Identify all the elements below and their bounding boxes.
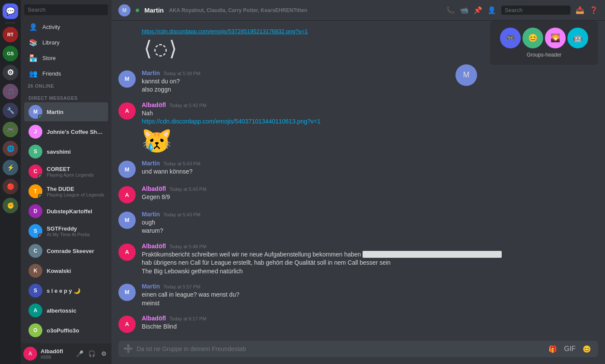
nav-friends[interactable]: 👥 Friends	[24, 66, 108, 81]
online-count: 26 ONLINE	[21, 82, 111, 90]
msg-text-m2-link: https://cdn.discordapp.com/emojis/540371…	[142, 117, 598, 126]
server-icon-s3[interactable]: 🎮	[3, 122, 18, 137]
msg-author-albadolf-2[interactable]: Albadöfl	[142, 185, 166, 192]
server-icon-s7[interactable]: ✊	[3, 198, 18, 213]
dm-item-kowalski[interactable]: K Kowalski	[24, 261, 108, 280]
dm-avatar-johnie: J	[29, 125, 42, 139]
activity-icon: 👤	[29, 22, 38, 32]
msg-header-m6: Albadöfl Today at 5:48 PM	[142, 243, 598, 250]
dm-info-martin: Martin	[47, 109, 105, 115]
server-icon-rt[interactable]: RT	[3, 27, 18, 42]
msg-text-m5-1: ough	[142, 218, 598, 227]
msg-author-albadolf-1[interactable]: Albadöfl	[142, 101, 166, 108]
msg-spacer-3	[118, 155, 598, 159]
dm-item-sgtfreddy[interactable]: S SGTFreddy At My Time At Portia	[24, 222, 108, 241]
dm-avatar-dubstep: D	[29, 204, 42, 218]
nav-library[interactable]: 📚 Library	[24, 35, 108, 50]
discord-home-icon[interactable]: 💬	[3, 3, 18, 19]
chat-search-input[interactable]	[501, 6, 570, 15]
dm-avatar-albertossic: A	[29, 304, 42, 317]
msg-link-1[interactable]: https://cdn.discordapp.com/emojis/537285…	[142, 28, 308, 35]
emoji-button[interactable]: 😊	[581, 343, 593, 355]
server-divider	[5, 22, 16, 23]
msg-time-m5: Today at 5:43 PM	[163, 212, 201, 217]
chat-header-aka-label: AKA Royalnut, Claudia, Carry Potter, Kea…	[169, 7, 307, 13]
gc-avatar-1: 🎮	[500, 28, 521, 48]
msg-text-m6-1: Praktikumsbericht schreiben weil wir ne …	[142, 250, 598, 259]
dm-item-johnie[interactable]: J Johnie's Coffee Shop &...	[24, 122, 108, 141]
dm-status-the-dude	[38, 194, 42, 198]
dm-item-comrade[interactable]: C Comrade Skeever	[24, 241, 108, 260]
dm-search-input[interactable]	[24, 4, 108, 15]
dm-name-dubstep: DubstepKartoffel	[47, 208, 105, 215]
server-icon-s5[interactable]: ⚡	[3, 160, 18, 175]
dm-item-savshimi[interactable]: S savshimi	[24, 142, 108, 161]
store-icon: 🏪	[29, 53, 38, 63]
dm-item-sleepy[interactable]: S s l e e p y 🌙	[24, 281, 108, 300]
dm-info-o3o: o3oPuffio3o	[47, 327, 105, 334]
server-icon-s4[interactable]: 🌐	[3, 141, 18, 156]
msg-link-m2[interactable]: https://cdn.discordapp.com/emojis/540371…	[142, 118, 321, 125]
add-friend-button[interactable]: 👤	[487, 6, 496, 14]
message-group-m5: M Martin Today at 5:43 PM ough warum?	[118, 210, 598, 236]
msg-author-martin-1[interactable]: Martin	[142, 70, 160, 76]
dm-item-dubstep[interactable]: D DubstepKartoffel	[24, 202, 108, 221]
nav-library-label: Library	[42, 39, 60, 46]
msg-avatar-albadolf-3: A	[118, 244, 136, 261]
msg-author-martin-3[interactable]: Martin	[142, 211, 160, 218]
dm-item-tox[interactable]: T Tox	[24, 341, 108, 343]
gift-button[interactable]: 🎁	[547, 343, 559, 355]
dm-item-martin[interactable]: M Martin	[24, 102, 108, 121]
gc-avatar-2: 😊	[522, 28, 543, 48]
msg-link-content: https://cdn.discordapp.com/emojis/537285…	[142, 28, 308, 59]
server-icon-gear[interactable]: ⚙	[3, 65, 18, 80]
msg-content-m1: Martin Today at 5:39 PM kannst du on? al…	[142, 70, 598, 94]
add-attachment-button[interactable]: ➕	[124, 341, 133, 357]
msg-text-m6-2: hab übrigens nen Call für League erstell…	[142, 259, 598, 267]
gif-button[interactable]: GIF	[562, 343, 577, 355]
nav-activity[interactable]: 👤 Activity	[24, 19, 108, 34]
dm-item-the-dude[interactable]: T The DUDE Playing League of Legends	[24, 182, 108, 201]
dm-info-johnie: Johnie's Coffee Shop &...	[47, 129, 105, 135]
nav-friends-label: Friends	[42, 70, 61, 77]
msg-author-martin-2[interactable]: Martin	[142, 160, 160, 167]
call-button[interactable]: 📞	[446, 6, 455, 14]
dm-item-coreet[interactable]: C COREET Playing Apex Legends	[24, 162, 108, 181]
gc-avatar-3: 🌄	[545, 28, 566, 48]
dm-name-johnie: Johnie's Coffee Shop &...	[47, 129, 105, 135]
msg-author-albadolf-4[interactable]: Albadöfl	[142, 315, 166, 322]
server-icon-gs[interactable]: GS	[3, 46, 18, 61]
server-icon-s1[interactable]: 🎵	[3, 84, 18, 99]
server-icon-s2[interactable]: 🔧	[3, 103, 18, 118]
msg-author-martin-4[interactable]: Martin	[142, 283, 160, 290]
dm-item-o3o[interactable]: O o3oPuffio3o	[24, 321, 108, 340]
settings-button[interactable]: ⚙	[99, 348, 109, 359]
video-button[interactable]: 📹	[460, 6, 468, 14]
dm-item-albertossic[interactable]: A albertossic	[24, 301, 108, 320]
inbox-button[interactable]: 📥	[576, 6, 584, 14]
pinned-button[interactable]: 📌	[474, 6, 482, 14]
msg-time-m1: Today at 5:39 PM	[163, 71, 201, 76]
server-icon-s6[interactable]: 🔴	[3, 179, 18, 194]
msg-header-m1: Martin Today at 5:39 PM	[142, 70, 598, 76]
msg-time-m2: Today at 5:42 PM	[169, 103, 207, 108]
user-bar-info: Albadöfl #888	[41, 348, 71, 360]
deafen-button[interactable]: 🎧	[86, 348, 97, 359]
dm-avatar-martin: M	[29, 105, 42, 119]
input-box: ➕ 🎁 GIF 😊	[118, 341, 598, 357]
message-group-m1: M Martin Today at 5:39 PM kannst du on? …	[118, 69, 598, 95]
help-button[interactable]: ❓	[589, 6, 598, 14]
msg-author-albadolf-3[interactable]: Albadöfl	[142, 243, 166, 250]
msg-text-m1-2: also zoggn	[142, 85, 598, 94]
message-input[interactable]	[137, 341, 543, 357]
msg-time-m7: Today at 5:57 PM	[163, 284, 201, 289]
msg-header-m3: Martin Today at 5:43 PM	[142, 160, 598, 167]
msg-header-m2: Albadöfl Today at 5:42 PM	[142, 101, 598, 108]
dm-info-the-dude: The DUDE Playing League of Legends	[47, 186, 105, 197]
message-group-m7: M Martin Today at 5:57 PM einen call in …	[118, 282, 598, 308]
dm-avatar-kowalski: K	[29, 264, 42, 278]
message-group-m3: M Martin Today at 5:43 PM und wann könns…	[118, 159, 598, 179]
nav-store[interactable]: 🏪 Store	[24, 51, 108, 65]
mute-button[interactable]: 🎤	[74, 348, 85, 359]
nav-store-label: Store	[42, 55, 56, 61]
